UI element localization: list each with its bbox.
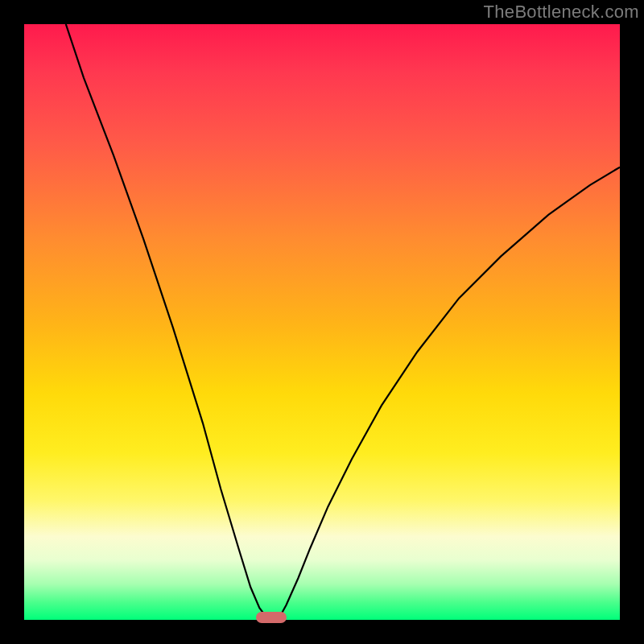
curve-left xyxy=(66,24,267,618)
curve-svg xyxy=(24,24,620,620)
watermark-text: TheBottleneck.com xyxy=(484,2,639,23)
bottleneck-marker xyxy=(256,612,287,623)
plot-area xyxy=(24,24,620,620)
chart-frame: TheBottleneck.com xyxy=(0,0,644,644)
curve-right xyxy=(279,167,620,618)
